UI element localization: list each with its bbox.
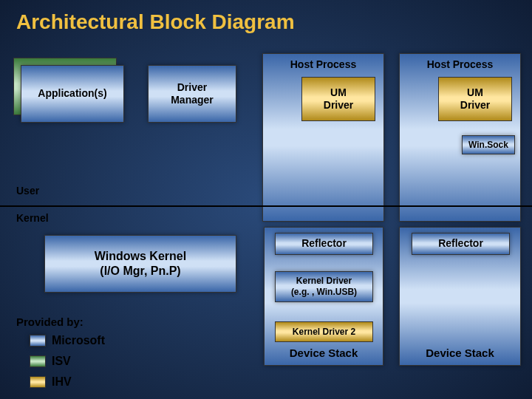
legend-heading: Provided by: [16, 316, 83, 328]
applications-block: Application(s) [21, 65, 124, 123]
kernel-driver-1-block: Kernel Driver (e.g. , Win.USB) [275, 271, 373, 302]
winsock-block: Win.Sock [462, 135, 515, 154]
applications-label: Application(s) [38, 87, 106, 100]
driver-manager-block: Driver Manager [148, 65, 236, 123]
um-driver-2-label: UM Driver [460, 86, 490, 112]
device-stack-1-label: Device Stack [290, 347, 358, 361]
legend-swatch-microsoft [30, 335, 46, 347]
legend-item-isv: ISV [30, 355, 71, 368]
reflector-2-label: Reflector [438, 237, 483, 250]
kernel-driver-2-label: Kernel Driver 2 [293, 327, 355, 338]
windows-kernel-block: Windows Kernel (I/O Mgr, Pn.P) [44, 235, 236, 293]
um-driver-1-block: UM Driver [301, 77, 375, 121]
host-process-2-label: Host Process [427, 58, 493, 72]
um-driver-1-label: UM Driver [324, 86, 353, 112]
um-driver-2-block: UM Driver [438, 77, 512, 121]
winsock-label: Win.Sock [468, 140, 508, 151]
kernel-driver-2-block: Kernel Driver 2 [275, 321, 373, 342]
legend-swatch-isv [30, 355, 46, 367]
legend-label-microsoft: Microsoft [52, 334, 105, 347]
legend-label-isv: ISV [52, 355, 71, 368]
user-kernel-divider [0, 205, 532, 207]
kernel-label: Kernel [16, 212, 49, 224]
windows-kernel-label: Windows Kernel (I/O Mgr, Pn.P) [95, 249, 186, 279]
reflector-1-label: Reflector [301, 237, 347, 250]
legend-swatch-ihv [30, 376, 46, 388]
reflector-1-block: Reflector [275, 233, 373, 255]
host-process-1-label: Host Process [290, 58, 356, 72]
device-stack-2-label: Device Stack [426, 347, 494, 361]
kernel-driver-1-label: Kernel Driver (e.g. , Win.USB) [291, 276, 357, 298]
reflector-2-block: Reflector [412, 233, 510, 255]
legend-label-ihv: IHV [52, 375, 72, 389]
legend-item-ihv: IHV [30, 375, 72, 389]
user-label: User [16, 185, 39, 197]
legend-item-microsoft: Microsoft [30, 334, 105, 347]
diagram-canvas: Application(s) Driver Manager Host Proce… [0, 0, 532, 399]
driver-manager-label: Driver Manager [171, 81, 214, 107]
